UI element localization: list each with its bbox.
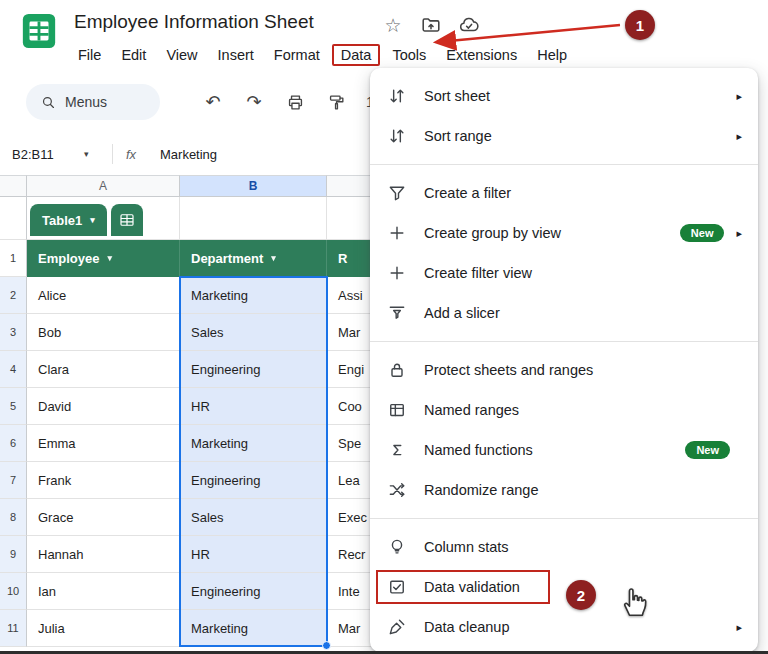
cell-employee[interactable]: Bob bbox=[27, 314, 180, 351]
cell-department[interactable]: Sales bbox=[180, 314, 327, 351]
row-number[interactable]: 4 bbox=[0, 351, 27, 388]
formula-input[interactable]: Marketing bbox=[160, 147, 217, 162]
submenu-arrow-icon: ▸ bbox=[736, 90, 742, 103]
menu-extensions[interactable]: Extensions bbox=[436, 45, 527, 65]
cell-department[interactable]: Sales bbox=[180, 499, 327, 536]
cell-department[interactable]: Engineering bbox=[180, 351, 327, 388]
column-header-b[interactable]: B bbox=[180, 175, 327, 197]
new-badge: New bbox=[685, 441, 730, 459]
menu-item-create-a-filter[interactable]: Create a filter bbox=[370, 173, 758, 213]
cell-department[interactable]: Marketing bbox=[180, 425, 327, 462]
cell-employee[interactable]: Julia bbox=[27, 610, 180, 647]
menu-item-column-stats[interactable]: Column stats bbox=[370, 527, 758, 567]
menu-help[interactable]: Help bbox=[527, 45, 577, 65]
menu-edit[interactable]: Edit bbox=[111, 45, 156, 65]
cell-employee[interactable]: Hannah bbox=[27, 536, 180, 573]
row-number[interactable]: 6 bbox=[0, 425, 27, 462]
select-all-corner[interactable] bbox=[0, 175, 27, 197]
dropdown-chevron-icon[interactable]: ▾ bbox=[107, 253, 112, 263]
row-number[interactable]: 1 bbox=[0, 240, 27, 277]
menus-label: Menus bbox=[65, 94, 107, 110]
row-number[interactable]: 7 bbox=[0, 462, 27, 499]
dropdown-chevron-icon[interactable]: ▾ bbox=[271, 253, 276, 263]
menu-item-sort-sheet[interactable]: Sort sheet ▸ bbox=[370, 76, 758, 116]
cell-employee[interactable]: Clara bbox=[27, 351, 180, 388]
step-1-badge: 1 bbox=[625, 10, 655, 40]
column-header-a[interactable]: A bbox=[27, 175, 180, 197]
search-icon bbox=[40, 94, 57, 111]
menu-item-add-a-slicer[interactable]: Add a slicer bbox=[370, 293, 758, 333]
row-number[interactable]: 9 bbox=[0, 536, 27, 573]
filter-icon bbox=[386, 182, 408, 204]
cell-department[interactable]: Engineering bbox=[180, 462, 327, 499]
cell-employee[interactable]: Grace bbox=[27, 499, 180, 536]
menu-tools[interactable]: Tools bbox=[382, 45, 436, 65]
table-chip[interactable]: Table1 ▾ bbox=[30, 204, 107, 236]
menu-insert[interactable]: Insert bbox=[208, 45, 264, 65]
menu-data[interactable]: Data bbox=[332, 44, 381, 66]
name-box-caret-icon[interactable]: ▾ bbox=[84, 149, 89, 159]
menu-format[interactable]: Format bbox=[264, 45, 330, 65]
cell-department[interactable]: Marketing bbox=[180, 610, 327, 647]
cell-employee[interactable]: Ian bbox=[27, 573, 180, 610]
named-ranges-icon bbox=[386, 399, 408, 421]
cell-employee[interactable]: David bbox=[27, 388, 180, 425]
header-cell-department[interactable]: Department ▾ bbox=[180, 240, 327, 277]
menubar: FileEditViewInsertFormatDataToolsExtensi… bbox=[68, 42, 577, 68]
row-number[interactable]: 10 bbox=[0, 573, 27, 610]
name-box[interactable]: B2:B11 bbox=[12, 147, 54, 162]
cell-department[interactable]: HR bbox=[180, 536, 327, 573]
plus-icon bbox=[386, 262, 408, 284]
cell-department[interactable]: Engineering bbox=[180, 573, 327, 610]
column-stats-icon bbox=[386, 536, 408, 558]
row-number[interactable]: 11 bbox=[0, 610, 27, 647]
fill-handle[interactable] bbox=[322, 641, 331, 650]
data-menu-dropdown: Sort sheet ▸ Sort range ▸ Create a filte… bbox=[370, 68, 758, 652]
menu-item-sort-range[interactable]: Sort range ▸ bbox=[370, 116, 758, 156]
lock-icon bbox=[386, 359, 408, 381]
star-icon[interactable]: ☆ bbox=[382, 14, 404, 36]
menu-divider bbox=[370, 164, 758, 165]
menu-item-create-filter-view[interactable]: Create filter view bbox=[370, 253, 758, 293]
cell-employee[interactable]: Alice bbox=[27, 277, 180, 314]
divider bbox=[112, 144, 113, 164]
menu-item-randomize-range[interactable]: Randomize range bbox=[370, 470, 758, 510]
new-badge: New bbox=[680, 224, 725, 242]
menus-search-button[interactable]: Menus bbox=[26, 84, 160, 120]
menu-view[interactable]: View bbox=[156, 45, 207, 65]
row-number[interactable]: 8 bbox=[0, 499, 27, 536]
cloud-check-icon[interactable] bbox=[458, 14, 480, 36]
data-menu-items: Sort sheet ▸ Sort range ▸ Create a filte… bbox=[370, 76, 758, 647]
submenu-arrow-icon: ▸ bbox=[736, 130, 742, 143]
sheets-logo-icon[interactable] bbox=[20, 12, 58, 50]
submenu-arrow-icon: ▸ bbox=[736, 227, 742, 240]
sort-range-icon bbox=[386, 125, 408, 147]
undo-icon[interactable]: ↶ bbox=[202, 90, 224, 114]
paint-format-icon[interactable] bbox=[325, 90, 347, 114]
header-cell-employee[interactable]: Employee ▾ bbox=[27, 240, 180, 277]
cell-employee[interactable]: Frank bbox=[27, 462, 180, 499]
cell-department[interactable]: Marketing bbox=[180, 277, 327, 314]
menu-item-data-cleanup[interactable]: Data cleanup ▸ bbox=[370, 607, 758, 647]
redo-icon[interactable]: ↷ bbox=[243, 90, 265, 114]
menu-item-protect-sheets-and-ranges[interactable]: Protect sheets and ranges bbox=[370, 350, 758, 390]
row-number[interactable]: 3 bbox=[0, 314, 27, 351]
sort-sheet-icon bbox=[386, 85, 408, 107]
chevron-down-icon: ▾ bbox=[90, 215, 95, 225]
row-number[interactable]: 5 bbox=[0, 388, 27, 425]
menu-item-named-functions[interactable]: Named functions New bbox=[370, 430, 758, 470]
table-grid-button[interactable] bbox=[111, 204, 143, 236]
document-title[interactable]: Employee Information Sheet bbox=[74, 11, 314, 33]
cell-employee[interactable]: Emma bbox=[27, 425, 180, 462]
row-number[interactable]: 2 bbox=[0, 277, 27, 314]
menu-file[interactable]: File bbox=[68, 45, 111, 65]
menu-item-create-group-by-view[interactable]: Create group by view New ▸ bbox=[370, 213, 758, 253]
menu-item-named-ranges[interactable]: Named ranges bbox=[370, 390, 758, 430]
menu-divider bbox=[370, 518, 758, 519]
sigma-icon bbox=[386, 439, 408, 461]
move-folder-icon[interactable] bbox=[420, 14, 442, 36]
menu-item-data-validation[interactable]: Data validation bbox=[370, 567, 758, 607]
cell-department[interactable]: HR bbox=[180, 388, 327, 425]
print-icon[interactable] bbox=[284, 90, 306, 114]
menu-divider bbox=[370, 341, 758, 342]
